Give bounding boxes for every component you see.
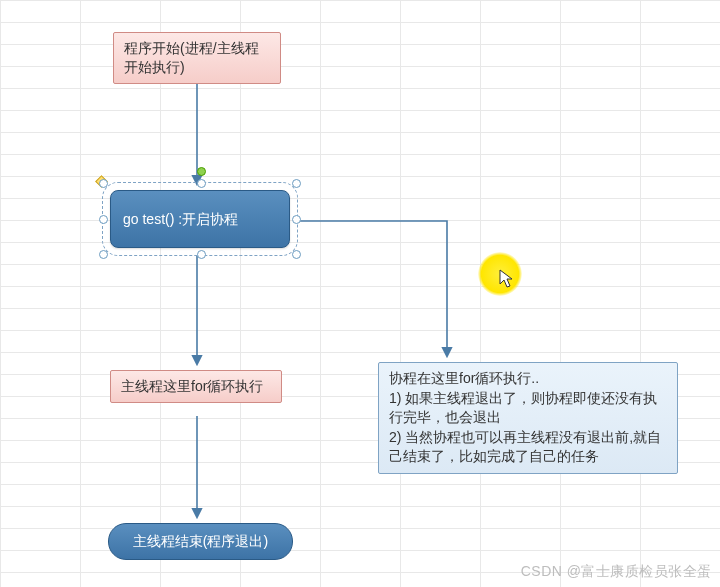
resize-handle-e[interactable] — [292, 215, 301, 224]
node-forloop[interactable]: 主线程这里for循环执行 — [110, 370, 282, 403]
cursor-icon — [499, 269, 515, 294]
watermark: CSDN @富士康质检员张全蛋 — [521, 563, 712, 581]
node-note-label: 协程在这里for循环执行.. 1) 如果主线程退出了，则协程即使还没有执行完毕，… — [389, 370, 661, 464]
node-start[interactable]: 程序开始(进程/主线程开始执行) — [113, 32, 281, 84]
resize-handle-se[interactable] — [292, 250, 301, 259]
resize-handle-n[interactable] — [197, 179, 206, 188]
node-note[interactable]: 协程在这里for循环执行.. 1) 如果主线程退出了，则协程即使还没有执行完毕，… — [378, 362, 678, 474]
resize-handle-w[interactable] — [99, 215, 108, 224]
node-forloop-label: 主线程这里for循环执行 — [121, 378, 263, 394]
resize-handle-ne[interactable] — [292, 179, 301, 188]
diagram-canvas[interactable]: 程序开始(进程/主线程开始执行) go test() :开启协程 主线程这里fo… — [0, 0, 720, 587]
node-end[interactable]: 主线程结束(程序退出) — [108, 523, 293, 560]
node-end-label: 主线程结束(程序退出) — [133, 533, 268, 549]
connector-layer — [0, 0, 720, 587]
connection-handle-icon[interactable] — [197, 167, 206, 176]
node-gotest[interactable]: go test() :开启协程 — [110, 190, 290, 248]
resize-handle-nw[interactable] — [99, 179, 108, 188]
resize-handle-s[interactable] — [197, 250, 206, 259]
node-start-label: 程序开始(进程/主线程开始执行) — [124, 40, 259, 75]
resize-handle-sw[interactable] — [99, 250, 108, 259]
node-gotest-label: go test() :开启协程 — [123, 210, 238, 229]
